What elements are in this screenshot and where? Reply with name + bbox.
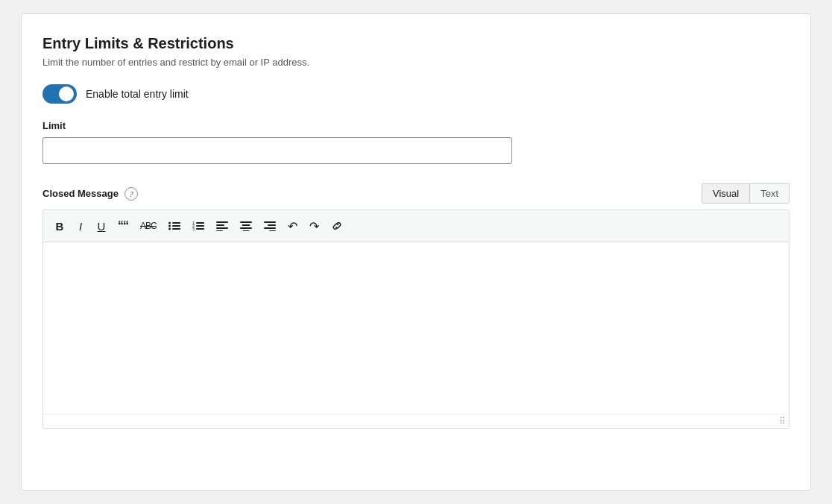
ordered-list-button[interactable]: 1. 2. 3. (188, 216, 209, 236)
svg-rect-14 (216, 227, 228, 229)
help-icon[interactable]: ? (125, 187, 138, 201)
visual-view-button[interactable]: Visual (702, 184, 750, 203)
panel-title: Entry Limits & Restrictions (42, 35, 790, 52)
enable-toggle[interactable] (42, 84, 77, 104)
svg-rect-1 (172, 222, 180, 224)
svg-rect-13 (216, 224, 224, 226)
resize-icon: ⠿ (779, 416, 786, 426)
svg-rect-21 (268, 224, 276, 226)
svg-point-4 (168, 228, 171, 230)
editor-container: B I U ““ ABC (42, 210, 790, 429)
toggle-label: Enable total entry limit (86, 88, 189, 100)
svg-point-0 (168, 222, 171, 224)
svg-text:3.: 3. (192, 227, 195, 231)
editor-toolbar: B I U ““ ABC (43, 210, 789, 242)
svg-rect-11 (196, 228, 204, 230)
limit-input[interactable] (42, 137, 512, 164)
svg-rect-5 (172, 228, 180, 230)
panel-subtitle: Limit the number of entries and restrict… (42, 57, 790, 68)
view-toggle: Visual Text (702, 183, 790, 204)
bold-button[interactable]: B (51, 216, 69, 236)
editor-body[interactable] (43, 242, 789, 414)
underline-button[interactable]: U (92, 216, 110, 236)
toggle-slider (42, 84, 77, 104)
link-button[interactable] (327, 216, 347, 236)
closed-message-label: Closed Message (42, 188, 119, 199)
svg-rect-22 (264, 227, 276, 229)
svg-rect-17 (242, 224, 250, 226)
svg-rect-7 (196, 222, 204, 224)
closed-message-label-row: Closed Message ? (42, 187, 138, 201)
svg-rect-20 (264, 221, 276, 223)
align-left-button[interactable] (212, 216, 233, 236)
toggle-row: Enable total entry limit (42, 84, 790, 104)
svg-rect-15 (216, 230, 223, 231)
closed-message-header: Closed Message ? Visual Text (42, 183, 790, 204)
svg-rect-9 (196, 225, 204, 227)
entry-limits-panel: Entry Limits & Restrictions Limit the nu… (21, 13, 811, 491)
svg-rect-3 (172, 225, 180, 227)
italic-button[interactable]: I (72, 216, 89, 236)
redo-button[interactable]: ↷ (305, 216, 324, 236)
svg-rect-23 (269, 230, 276, 231)
text-view-button[interactable]: Text (750, 184, 789, 203)
svg-rect-19 (242, 230, 249, 231)
svg-point-2 (168, 225, 171, 227)
align-right-button[interactable] (259, 216, 280, 236)
blockquote-button[interactable]: ““ (113, 216, 133, 236)
svg-rect-16 (240, 221, 252, 223)
undo-button[interactable]: ↶ (283, 216, 302, 236)
limit-label: Limit (42, 120, 790, 131)
resize-handle: ⠿ (43, 414, 789, 428)
svg-rect-18 (240, 227, 252, 229)
svg-rect-12 (216, 221, 228, 223)
closed-message-section: Closed Message ? Visual Text B I U ““ AB… (42, 183, 790, 429)
align-center-button[interactable] (236, 216, 256, 236)
unordered-list-button[interactable] (164, 216, 185, 236)
strikethrough-button[interactable]: ABC (136, 216, 161, 236)
